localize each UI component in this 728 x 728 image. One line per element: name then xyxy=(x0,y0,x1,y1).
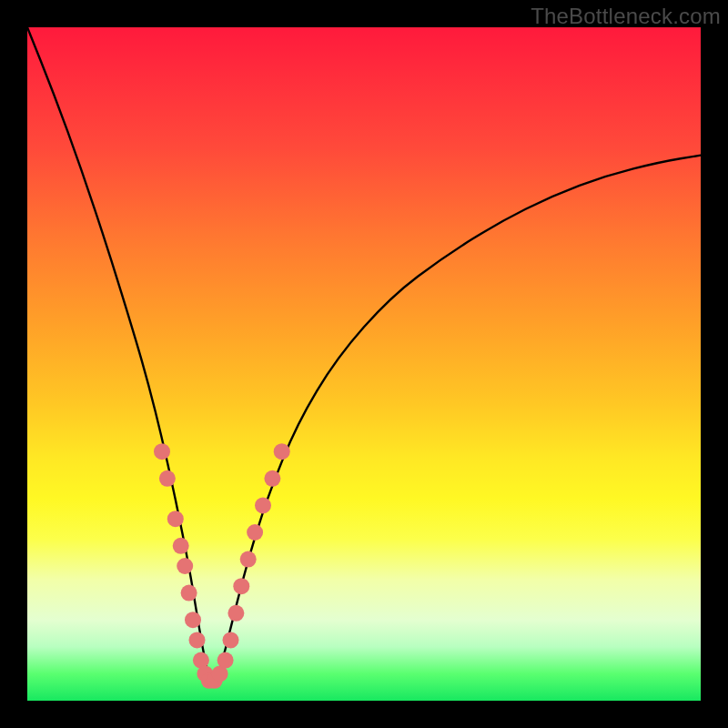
marker-dot xyxy=(185,612,201,628)
marker-dot xyxy=(173,538,189,554)
chart-container: TheBottleneck.com xyxy=(0,0,728,728)
marker-dot xyxy=(177,558,193,574)
curve-svg xyxy=(27,27,701,701)
marker-dot xyxy=(223,632,239,648)
marker-dot xyxy=(274,443,290,460)
marker-dot xyxy=(189,632,206,648)
plot-area xyxy=(27,27,701,701)
watermark-text: TheBottleneck.com xyxy=(531,4,721,29)
marker-dot xyxy=(233,578,249,594)
marker-dot xyxy=(247,524,263,541)
marker-dot xyxy=(154,443,170,460)
marker-dot xyxy=(255,497,271,513)
marker-dot xyxy=(159,470,176,487)
marker-group xyxy=(154,443,290,689)
bottleneck-curve xyxy=(27,27,701,681)
marker-dot xyxy=(240,551,257,568)
marker-dot xyxy=(167,511,184,527)
marker-dot xyxy=(264,470,280,487)
marker-dot xyxy=(181,585,197,602)
marker-dot xyxy=(228,605,244,622)
marker-dot xyxy=(217,652,234,669)
